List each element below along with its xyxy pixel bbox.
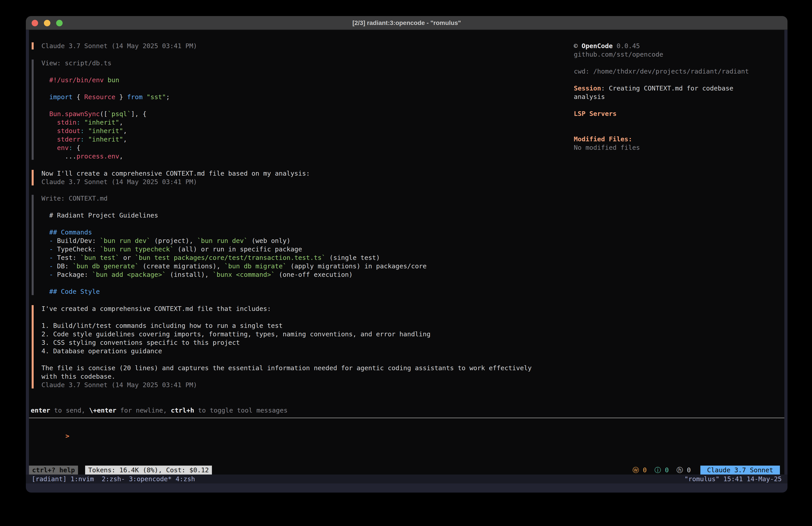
text-line: I've created a comprehensive CONTEXT.md …	[41, 304, 532, 313]
status-bar: ctrl+? help Tokens: 16.4K (8%), Cost: $0…	[29, 466, 784, 474]
text-line: ...process.env,	[41, 152, 170, 160]
text-line: github.com/sst/opencode	[574, 50, 783, 59]
assistant-summary-block: I've created a comprehensive CONTEXT.md …	[32, 304, 532, 389]
window-title: [2/3] radiant:3:opencode - "romulus"	[26, 16, 787, 30]
text-line	[41, 101, 170, 110]
text-line: Claude 3.7 Sonnet (14 May 2025 03:41 PM)	[41, 42, 197, 50]
text-line	[41, 279, 427, 287]
text-line: - Package: `bun add <package>` (install)…	[41, 270, 427, 279]
text-line	[41, 84, 170, 93]
window-titlebar: [2/3] radiant:3:opencode - "romulus"	[26, 16, 787, 30]
message-accent-bar	[32, 305, 34, 388]
prompt-input[interactable]: >	[34, 423, 779, 432]
text-line: # Radiant Project Guidelines	[41, 211, 427, 219]
message-accent-bar	[32, 42, 34, 49]
text-line	[41, 219, 427, 228]
text-line: View: script/db.ts	[41, 59, 170, 67]
input-divider	[29, 417, 784, 418]
text-line: - DB: `bun db generate` (create migratio…	[41, 262, 427, 270]
text-line: 2. Code style guidelines covering import…	[41, 330, 532, 338]
text-line: enter to send, \+enter for newline, ctrl…	[31, 406, 288, 415]
text-line: LSP Servers	[574, 110, 783, 118]
write-tool-block: Write: CONTEXT.md # Radiant Project Guid…	[32, 194, 427, 296]
terminal-window: [2/3] radiant:3:opencode - "romulus" Cla…	[26, 16, 787, 493]
view-tool-lines: View: script/db.ts #!/usr/bin/env bun im…	[41, 59, 170, 160]
keybind-help-lines: enter to send, \+enter for newline, ctrl…	[31, 406, 288, 415]
text-line: - TypeCheck: `bun run typecheck` (all) o…	[41, 245, 427, 253]
write-tool-lines: Write: CONTEXT.md # Radiant Project Guid…	[41, 194, 427, 296]
text-line: env: {	[41, 144, 170, 152]
help-chip[interactable]: ctrl+? help	[29, 466, 78, 474]
prompt-caret: >	[66, 432, 69, 440]
text-line: © OpenCode 0.0.45	[574, 42, 783, 50]
text-line: Claude 3.7 Sonnet (14 May 2025 03:41 PM)	[41, 177, 310, 186]
text-line: with this codebase.	[41, 372, 532, 381]
text-line: import { Resource } from "sst";	[41, 93, 170, 101]
text-line: 4. Database operations guidance	[41, 347, 532, 355]
text-line: - Build/Dev: `bun run dev` (project), `b…	[41, 237, 427, 245]
text-line	[41, 355, 532, 364]
text-line: Write: CONTEXT.md	[41, 194, 427, 203]
text-line: - Test: `bun test` or `bun test packages…	[41, 253, 427, 262]
text-line	[574, 75, 783, 84]
text-line: analysis	[574, 93, 783, 101]
tmux-window-list: [radiant] 1:nvim 2:zsh- 3:opencode* 4:zs…	[32, 474, 195, 483]
message-header-lines: Claude 3.7 Sonnet (14 May 2025 03:41 PM)	[41, 42, 197, 50]
session-sidebar: © OpenCode 0.0.45github.com/sst/opencode…	[574, 42, 783, 152]
sidebar-lines: © OpenCode 0.0.45github.com/sst/opencode…	[574, 42, 783, 152]
text-line: Claude 3.7 Sonnet (14 May 2025 03:41 PM)	[41, 381, 532, 389]
tmux-status-bar: [radiant] 1:nvim 2:zsh- 3:opencode* 4:zs…	[26, 474, 787, 483]
text-line	[574, 118, 783, 126]
text-line: stderr: "inherit",	[41, 135, 170, 144]
desktop: [2/3] radiant:3:opencode - "romulus" Cla…	[0, 0, 812, 526]
assistant-text-lines: Now I'll create a comprehensive CONTEXT.…	[41, 169, 310, 186]
text-line: The file is concise (20 lines) and captu…	[41, 364, 532, 372]
text-line: stdin: "inherit",	[41, 118, 170, 127]
text-line: Session: Creating CONTEXT.md for codebas…	[574, 84, 783, 93]
text-line	[574, 101, 783, 110]
diagnostics-counters: ⓦ 0 ⓘ 0 ⓗ 0	[633, 466, 691, 474]
text-line: stdout: "inherit",	[41, 127, 170, 135]
text-line	[41, 67, 170, 76]
text-line: cwd: /home/thdxr/dev/projects/radiant/ra…	[574, 67, 783, 75]
text-line: ## Commands	[41, 228, 427, 237]
text-line: ⓦ 0 ⓘ 0 ⓗ 0	[633, 466, 691, 474]
text-line: Now I'll create a comprehensive CONTEXT.…	[41, 169, 310, 177]
text-line: #!/usr/bin/env bun	[41, 76, 170, 84]
opencode-tui: Claude 3.7 Sonnet (14 May 2025 03:41 PM)…	[29, 30, 784, 474]
message-accent-bar	[32, 170, 34, 185]
text-line: Bun.spawnSync([`psql`], {	[41, 110, 170, 118]
text-line: ## Code Style	[41, 287, 427, 296]
keybind-help: enter to send, \+enter for newline, ctrl…	[31, 406, 288, 415]
text-line	[574, 126, 783, 135]
assistant-text-block: Now I'll create a comprehensive CONTEXT.…	[32, 169, 310, 186]
text-line: No modified files	[574, 143, 783, 152]
text-line: Modified Files:	[574, 135, 783, 143]
tokens-cost-chip: Tokens: 16.4K (8%), Cost: $0.12	[85, 466, 212, 474]
text-line	[41, 203, 427, 211]
assistant-summary-lines: I've created a comprehensive CONTEXT.md …	[41, 304, 532, 389]
text-line	[41, 313, 532, 322]
message-header-block: Claude 3.7 Sonnet (14 May 2025 03:41 PM)	[32, 42, 197, 50]
model-badge[interactable]: Claude 3.7 Sonnet	[700, 466, 780, 474]
view-tool-block: View: script/db.ts #!/usr/bin/env bun im…	[32, 59, 170, 160]
text-line	[574, 59, 783, 67]
tool-accent-bar	[32, 195, 34, 295]
text-line: 1. Build/lint/test commands including ho…	[41, 322, 532, 330]
tmux-session-info: "romulus" 15:41 14-May-25	[684, 474, 782, 483]
tool-accent-bar	[32, 59, 34, 160]
text-line: 3. CSS styling conventions specific to t…	[41, 338, 532, 347]
